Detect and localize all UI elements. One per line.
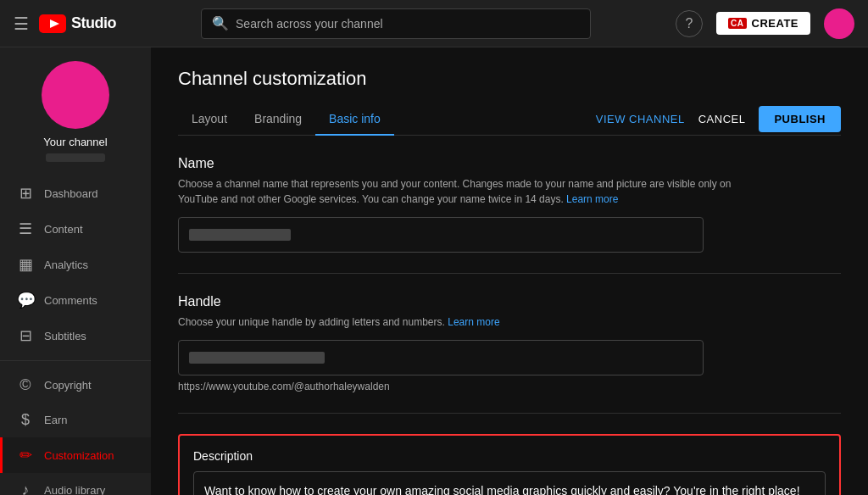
- search-area: 🔍 Search across your channel: [130, 8, 662, 39]
- earn-icon: $: [17, 411, 34, 429]
- sidebar-item-label: Comments: [44, 294, 97, 307]
- tab-branding[interactable]: Branding: [241, 103, 315, 136]
- sidebar-channel-handle: [46, 153, 105, 162]
- sidebar-item-subtitles[interactable]: ⊟ Subtitles: [0, 318, 151, 353]
- description-title: Description: [193, 449, 826, 463]
- name-section-desc: Choose a channel name that represents yo…: [178, 176, 771, 207]
- dashboard-icon: ⊞: [17, 184, 34, 203]
- main-area: Your channel ⊞ Dashboard ☰ Content ▦ Ana…: [0, 47, 868, 495]
- content-icon: ☰: [17, 220, 34, 238]
- tab-layout[interactable]: Layout: [178, 103, 241, 136]
- sidebar-item-label: Audio library: [44, 484, 105, 495]
- create-flag-icon: CA: [728, 18, 746, 29]
- copyright-icon: ©: [17, 376, 34, 394]
- sidebar-item-content[interactable]: ☰ Content: [0, 211, 151, 247]
- description-section: Description Want to know how to create y…: [178, 434, 841, 495]
- sidebar-channel-info: Your channel: [0, 61, 151, 175]
- sidebar-item-copyright[interactable]: © Copyright: [0, 368, 151, 403]
- name-section: Name Choose a channel name that represen…: [178, 136, 841, 274]
- action-buttons: VIEW CHANNEL CANCEL PUBLISH: [596, 106, 841, 132]
- name-input[interactable]: [178, 217, 704, 253]
- sidebar-item-label: Copyright: [44, 379, 92, 392]
- sidebar-nav: ⊞ Dashboard ☰ Content ▦ Analytics 💬 Comm…: [0, 175, 151, 495]
- page-title: Channel customization: [178, 68, 841, 90]
- handle-url: https://www.youtube.com/@authorhaleywald…: [178, 381, 841, 392]
- handle-input-value: [189, 352, 325, 364]
- handle-learn-more-link[interactable]: Learn more: [448, 316, 499, 328]
- name-input-value: [189, 229, 291, 241]
- sidebar-item-comments[interactable]: 💬 Comments: [0, 282, 151, 318]
- hamburger-icon[interactable]: ☰: [14, 14, 29, 34]
- name-learn-more-link[interactable]: Learn more: [566, 193, 618, 205]
- sidebar-item-label: Content: [44, 223, 83, 236]
- cancel-button[interactable]: CANCEL: [698, 113, 746, 125]
- audio-library-icon: ♪: [17, 481, 34, 495]
- create-button[interactable]: CA CREATE: [716, 12, 810, 35]
- sidebar-item-label: Customization: [44, 449, 114, 462]
- sidebar-item-customization[interactable]: ✏ Customization: [0, 437, 151, 473]
- handle-section-desc: Choose your unique handle by adding lett…: [178, 314, 771, 330]
- tabs-row: Layout Branding Basic info VIEW CHANNEL …: [178, 103, 841, 136]
- publish-button[interactable]: PUBLISH: [759, 106, 841, 132]
- search-bar[interactable]: 🔍 Search across your channel: [201, 8, 591, 39]
- sidebar-avatar[interactable]: [42, 61, 109, 129]
- comments-icon: 💬: [17, 291, 34, 309]
- sidebar-item-label: Subtitles: [44, 330, 86, 342]
- sidebar-channel-name: Your channel: [43, 136, 107, 148]
- help-icon[interactable]: ?: [676, 10, 703, 37]
- tab-basic-info[interactable]: Basic info: [315, 103, 394, 136]
- youtube-logo-icon: [39, 14, 66, 33]
- name-section-title: Name: [178, 156, 841, 171]
- description-textarea[interactable]: Want to know how to create your own amaz…: [193, 471, 826, 495]
- view-channel-button[interactable]: VIEW CHANNEL: [596, 113, 685, 125]
- search-placeholder: Search across your channel: [236, 17, 383, 31]
- sidebar-item-analytics[interactable]: ▦ Analytics: [0, 247, 151, 282]
- content-area: Channel customization Layout Branding Ba…: [151, 47, 868, 495]
- sidebar: Your channel ⊞ Dashboard ☰ Content ▦ Ana…: [0, 47, 151, 495]
- handle-section-title: Handle: [178, 294, 841, 309]
- sidebar-divider: [0, 360, 151, 361]
- sidebar-item-label: Analytics: [44, 259, 88, 271]
- analytics-icon: ▦: [17, 255, 34, 274]
- avatar[interactable]: [824, 8, 854, 39]
- sidebar-item-dashboard[interactable]: ⊞ Dashboard: [0, 175, 151, 211]
- search-icon: 🔍: [212, 15, 229, 31]
- create-label: CREATE: [752, 17, 798, 30]
- nav-right: ? CA CREATE: [676, 8, 854, 39]
- customization-icon: ✏: [17, 446, 34, 464]
- studio-logo-text: Studio: [71, 14, 116, 32]
- sidebar-item-earn[interactable]: $ Earn: [0, 403, 151, 437]
- top-navigation: ☰ Studio 🔍 Search across your channel ? …: [0, 0, 868, 47]
- subtitles-icon: ⊟: [17, 326, 34, 345]
- handle-section: Handle Choose your unique handle by addi…: [178, 274, 841, 414]
- sidebar-item-label: Earn: [44, 414, 67, 426]
- sidebar-item-label: Dashboard: [44, 187, 98, 200]
- nav-left: ☰ Studio: [14, 14, 116, 34]
- logo-area: Studio: [39, 14, 116, 33]
- sidebar-item-audio-library[interactable]: ♪ Audio library: [0, 473, 151, 495]
- handle-input[interactable]: [178, 340, 704, 375]
